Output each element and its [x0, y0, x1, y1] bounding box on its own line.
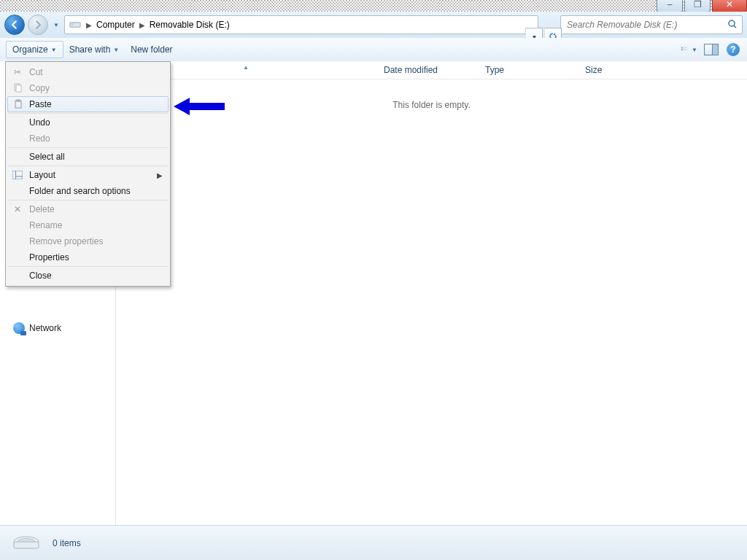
sidebar-item-network[interactable]: Network — [0, 321, 115, 335]
menu-item-delete[interactable]: ✕ Delete — [7, 201, 169, 217]
annotation-arrow — [174, 96, 225, 117]
svg-rect-1 — [71, 23, 73, 25]
menu-item-folder-options[interactable]: Folder and search options — [7, 183, 169, 199]
menu-item-paste[interactable]: Paste — [7, 96, 169, 112]
organize-menu: ✂ Cut Copy Paste Undo Redo Select all La… — [5, 61, 171, 287]
back-button[interactable] — [4, 15, 25, 35]
breadcrumb-current[interactable]: Removable Disk (E:) — [147, 19, 232, 31]
sort-ascending-icon: ▲ — [243, 64, 249, 71]
nav-history-dropdown[interactable]: ▼ — [51, 22, 61, 28]
drive-icon — [69, 20, 81, 29]
forward-button[interactable] — [28, 15, 48, 35]
drive-icon — [12, 534, 41, 553]
status-item-count: 0 items — [53, 538, 81, 548]
svg-rect-15 — [12, 171, 23, 179]
layout-icon — [12, 169, 23, 181]
location-bar[interactable]: ▶ Computer ▶ Removable Disk (E:) — [64, 15, 538, 34]
column-size[interactable]: Size — [578, 65, 647, 75]
preview-pane-button[interactable] — [703, 42, 719, 58]
menu-item-rename[interactable]: Rename — [7, 217, 169, 233]
clipboard-icon — [12, 98, 24, 110]
organize-button[interactable]: Organize▼ — [6, 41, 63, 58]
svg-marker-18 — [174, 98, 225, 115]
menu-item-properties[interactable]: Properties — [7, 249, 169, 265]
caret-down-icon: ▼ — [51, 47, 57, 53]
close-button[interactable]: ✕ — [712, 0, 747, 12]
menu-item-redo[interactable]: Redo — [7, 131, 169, 147]
search-icon — [727, 19, 738, 31]
chevron-right-icon: ▶ — [139, 21, 145, 29]
svg-point-2 — [729, 20, 735, 26]
menu-item-remove-properties[interactable]: Remove properties — [7, 233, 169, 249]
minimize-button[interactable]: – — [657, 0, 683, 12]
menu-item-undo[interactable]: Undo — [7, 114, 169, 131]
menu-item-cut[interactable]: ✂ Cut — [7, 64, 169, 80]
search-input[interactable] — [565, 19, 727, 31]
address-bar: ▼ ▶ Computer ▶ Removable Disk (E:) ▾ — [0, 12, 747, 38]
file-list[interactable]: Name ▲ Date modified Type Size This fold… — [116, 61, 747, 526]
help-icon: ? — [727, 43, 740, 56]
svg-rect-6 — [681, 49, 683, 50]
submenu-arrow-icon: ▶ — [157, 171, 163, 179]
svg-rect-14 — [17, 100, 20, 101]
chevron-right-icon: ▶ — [86, 21, 92, 29]
caret-down-icon: ▼ — [113, 47, 119, 53]
svg-rect-4 — [681, 47, 683, 49]
scissors-icon: ✂ — [12, 66, 23, 78]
share-with-button[interactable]: Share with▼ — [63, 42, 125, 58]
menu-item-copy[interactable]: Copy — [7, 80, 169, 96]
menu-item-close[interactable]: Close — [7, 268, 169, 284]
preview-pane-icon — [704, 44, 719, 55]
search-box[interactable] — [560, 15, 743, 34]
maximize-button[interactable]: ❐ — [684, 0, 711, 12]
svg-rect-5 — [684, 47, 687, 49]
svg-rect-7 — [684, 49, 687, 50]
caret-down-icon: ▼ — [692, 47, 697, 53]
explorer-window: { "title_buttons": {"min":"–","max":"❐",… — [0, 0, 747, 560]
menu-item-layout[interactable]: Layout ▶ — [7, 167, 169, 183]
delete-icon: ✕ — [12, 203, 23, 215]
window-caption-buttons: – ❐ ✕ — [657, 0, 747, 12]
copy-icon — [12, 82, 23, 94]
column-headers: Name ▲ Date modified Type Size — [116, 61, 747, 79]
command-bar: Organize▼ Share with▼ New folder ▼ ? — [0, 38, 747, 62]
svg-rect-10 — [14, 542, 39, 548]
title-strip — [0, 0, 747, 12]
breadcrumb-root[interactable]: Computer — [94, 19, 137, 31]
column-date-modified[interactable]: Date modified — [376, 65, 478, 75]
svg-line-3 — [734, 26, 736, 28]
view-options-button[interactable]: ▼ — [681, 42, 697, 58]
help-button[interactable]: ? — [725, 42, 741, 58]
svg-rect-12 — [16, 85, 21, 92]
new-folder-button[interactable]: New folder — [125, 42, 178, 58]
column-type[interactable]: Type — [478, 65, 578, 75]
menu-item-select-all[interactable]: Select all — [7, 149, 169, 165]
details-pane: 0 items — [0, 525, 747, 560]
network-icon — [13, 322, 25, 334]
